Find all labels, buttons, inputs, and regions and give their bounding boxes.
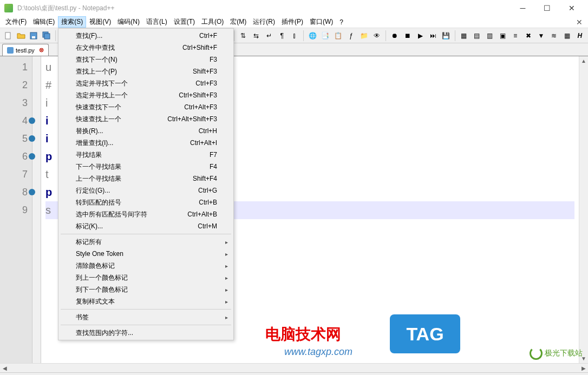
sync-h-icon[interactable]: ⇆ [250, 30, 262, 42]
menu-item[interactable]: 增量查找(I)...Ctrl+Alt+I [60, 137, 232, 149]
menu-item[interactable]: 行定位(G)...Ctrl+G [60, 185, 232, 196]
statusbar: Python file length : 169 lines : 9 Ln : … [0, 372, 588, 375]
menu-file[interactable]: 文件(F) [2, 16, 30, 28]
menu-item-shortcut: Ctrl+Alt+F3 [184, 103, 217, 111]
menu-item[interactable]: 替换(R)...Ctrl+H [60, 125, 232, 137]
menu-window[interactable]: 窗口(W) [306, 16, 336, 28]
save-macro-icon[interactable]: 💾 [440, 30, 452, 42]
sync-v-icon[interactable]: ⇅ [237, 30, 249, 42]
menu-item[interactable]: 快速查找下一个Ctrl+Alt+F3 [60, 101, 232, 113]
tb-extra6-icon[interactable]: ✖ [522, 30, 534, 42]
menu-item[interactable]: 到上一个颜色标记▸ [60, 272, 232, 284]
scroll-left-icon[interactable]: ◀ [0, 364, 9, 372]
menu-item-shortcut: Ctrl+Alt+I [190, 139, 217, 147]
tb-extra10-icon[interactable]: H [574, 30, 586, 42]
doc-map-icon[interactable]: 📑 [319, 30, 331, 42]
function-list-icon[interactable]: ƒ [345, 30, 357, 42]
bookmark-icon [29, 189, 35, 195]
tb-extra9-icon[interactable]: ▦ [561, 30, 573, 42]
menu-search[interactable]: 搜索(S) [58, 16, 86, 28]
menu-item[interactable]: 复制样式文本▸ [60, 295, 232, 307]
menu-settings[interactable]: 设置(T) [171, 16, 198, 28]
app-icon [4, 4, 13, 12]
submenu-arrow-icon: ▸ [225, 251, 228, 257]
menu-item[interactable]: 到下一个颜色标记▸ [60, 284, 232, 295]
menu-view[interactable]: 视图(V) [86, 16, 114, 28]
menu-item[interactable]: 在文件中查找Ctrl+Shift+F [60, 42, 232, 54]
menu-item-shortcut: Ctrl+B [199, 199, 217, 206]
menu-item[interactable]: 快速查找上一个Ctrl+Alt+Shift+F3 [60, 113, 232, 125]
play-icon[interactable]: ▶ [415, 30, 427, 42]
close-document-button[interactable]: ✕ [573, 18, 586, 27]
wrap-icon[interactable]: ↵ [263, 30, 275, 42]
menu-item[interactable]: 查找(F)...Ctrl+F [60, 30, 232, 42]
menu-item[interactable]: 标记所有▸ [60, 236, 232, 248]
menu-item[interactable]: 标记(K)...Ctrl+M [60, 220, 232, 232]
bookmark-icon [29, 135, 35, 142]
menu-item[interactable]: 选中所有匹配括号间字符Ctrl+Alt+B [60, 208, 232, 220]
menu-item[interactable]: 转到匹配的括号Ctrl+B [60, 196, 232, 208]
menu-item[interactable]: 下一个寻找结果F4 [60, 161, 232, 173]
menu-item-shortcut: Ctrl+M [198, 222, 217, 230]
search-dropdown: 查找(F)...Ctrl+F在文件中查找Ctrl+Shift+F查找下一个(N)… [58, 28, 234, 340]
monitor-icon[interactable]: 👁 [371, 30, 383, 42]
menu-item[interactable]: 书签▸ [60, 311, 232, 323]
menu-run[interactable]: 运行(R) [250, 16, 278, 28]
save-icon[interactable] [28, 30, 40, 42]
menu-plugins[interactable]: 插件(P) [278, 16, 306, 28]
submenu-arrow-icon: ▸ [225, 239, 228, 245]
menu-item[interactable]: 选定并寻找上一个Ctrl+Shift+F3 [60, 89, 232, 101]
menu-item[interactable]: 选定并寻找下一个Ctrl+F3 [60, 77, 232, 89]
folder-view-icon[interactable]: 📁 [358, 30, 370, 42]
menu-language[interactable]: 语言(L) [143, 16, 171, 28]
menu-help[interactable]: ? [336, 17, 347, 27]
tab-close-icon[interactable]: ⊗ [39, 47, 44, 54]
show-all-icon[interactable]: ¶ [276, 30, 288, 42]
menu-item-label: Style One Token [76, 250, 123, 258]
new-file-icon[interactable] [2, 30, 14, 42]
watermark-url: www.tagxp.com [284, 346, 352, 358]
tb-extra8-icon[interactable]: ≋ [548, 30, 560, 42]
menu-item[interactable]: 寻找结果F7 [60, 149, 232, 161]
menu-item[interactable]: 查找下一个(N)F3 [60, 54, 232, 65]
tab-file[interactable]: testl.py ⊗ [2, 44, 49, 56]
menu-item-label: 快速查找上一个 [76, 115, 121, 124]
tb-extra7-icon[interactable]: ▼ [535, 30, 547, 42]
maximize-button[interactable]: ☐ [535, 0, 559, 16]
tb-extra1-icon[interactable]: ▦ [458, 30, 470, 42]
scroll-right-icon[interactable]: ▶ [579, 364, 588, 372]
menu-item-label: 查找上一个(P) [76, 67, 117, 76]
play-multi-icon[interactable]: ⏭ [427, 30, 439, 42]
line-number: 9 [0, 201, 28, 219]
close-button[interactable]: ✕ [559, 0, 584, 16]
menu-encoding[interactable]: 编码(N) [114, 16, 143, 28]
tb-extra3-icon[interactable]: ▥ [484, 30, 495, 42]
minimize-button[interactable]: ─ [511, 0, 535, 16]
doc-list-icon[interactable]: 📋 [332, 30, 344, 42]
line-gutter: 123456789 [0, 56, 32, 363]
menu-item-label: 到下一个颜色标记 [76, 285, 128, 294]
language-icon[interactable]: 🌐 [306, 30, 318, 42]
stop-icon[interactable]: ⏹ [402, 30, 414, 42]
menu-item[interactable]: 清除颜色标记▸ [60, 260, 232, 272]
tb-extra4-icon[interactable]: ▣ [496, 30, 508, 42]
menu-tools[interactable]: 工具(O) [198, 16, 227, 28]
save-all-icon[interactable] [41, 30, 53, 42]
tb-extra5-icon[interactable]: ≡ [509, 30, 521, 42]
menu-item-label: 寻找结果 [76, 150, 102, 160]
open-folder-icon[interactable] [15, 30, 27, 42]
swirl-icon [530, 347, 543, 360]
menu-item[interactable]: 查找上一个(P)Shift+F3 [60, 65, 232, 77]
menu-item[interactable]: 查找范围内的字符... [60, 327, 232, 339]
scroll-up-icon[interactable]: ▲ [579, 56, 588, 65]
horizontal-scrollbar[interactable]: ◀ ▶ [0, 363, 588, 372]
menu-edit[interactable]: 编辑(E) [30, 16, 58, 28]
vertical-scrollbar[interactable]: ▲ ▼ [579, 56, 588, 363]
record-icon[interactable]: ⏺ [389, 30, 401, 42]
menu-item[interactable]: Style One Token▸ [60, 248, 232, 260]
tb-extra2-icon[interactable]: ▤ [471, 30, 483, 42]
menu-item-shortcut: Ctrl+Alt+Shift+F3 [167, 115, 217, 123]
menu-item[interactable]: 上一个寻找结果Shift+F4 [60, 173, 232, 185]
indent-guide-icon[interactable]: ⫿ [289, 30, 301, 42]
menu-macro[interactable]: 宏(M) [227, 16, 250, 28]
